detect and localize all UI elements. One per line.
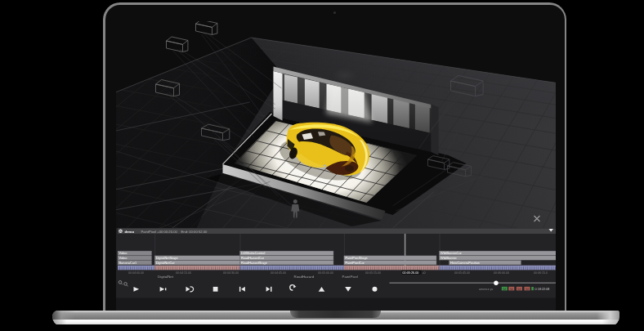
svg-text:BananaCar1: BananaCar1 [119,261,136,265]
svg-text:WildBunnie: WildBunnie [440,256,456,260]
svg-text:54: 54 [525,288,529,291]
svg-text:00:04:45.00: 00:04:45.00 [271,271,286,275]
svg-text:demo: demo [124,230,134,234]
svg-text:00:06:15.0: 00:06:15.0 [534,271,548,275]
svg-text:DigitalNetCar: DigitalNetCar [155,261,175,265]
svg-text:00:06:00.00: 00:06:00.00 [494,271,509,275]
svg-text:54: 54 [510,288,513,291]
svg-text:DigitalNet: DigitalNet [158,275,174,280]
svg-text:PaintPixelCar: PaintPixelCar [345,261,364,265]
svg-text:amence pc: amence pc [478,288,493,291]
svg-text:00:05:00.00: 00:05:00.00 [318,271,333,275]
svg-text:Video: Video [119,256,127,260]
svg-text:DigitalNetStage: DigitalNetStage [155,256,177,260]
svg-text:54: 54 [517,288,521,291]
svg-text:00:05:15.00: 00:05:15.00 [365,271,381,275]
svg-text:00:05:26.00: 00:05:26.00 [402,271,418,275]
svg-text:00:04:00.00: 00:04:00.00 [128,271,144,275]
svg-text:HeroCameraPosition: HeroCameraPosition [449,261,479,265]
svg-text:54: 54 [503,288,506,291]
svg-text:WildBunnieCar: WildBunnieCar [440,251,462,255]
svg-text:+0: +0 [422,271,425,275]
svg-text:00:05:45.00: 00:05:45.00 [454,271,470,275]
svg-text:PaintPixelStage: PaintPixelStage [345,256,367,260]
svg-text:00:04:15.00: 00:04:15.00 [176,271,191,275]
svg-text:0 18:22:08: 0 18:22:08 [534,288,549,291]
svg-text:RoadHazard: RoadHazard [293,275,314,280]
svg-text:RoadHazardCar: RoadHazardCar [241,256,265,260]
svg-text:DiVMatrixControl: DiVMatrixControl [241,251,265,255]
svg-text:RoadHazardStage: RoadHazardStage [241,261,267,265]
svg-text:Video: Video [119,251,127,255]
svg-text:PaintPixel +00:00:20.00 En: PaintPixel +00:00:20.00 End: 00:00:52.00 [141,230,208,234]
svg-text:00:04:30.00: 00:04:30.00 [223,271,239,275]
svg-text:PaintPixel: PaintPixel [342,275,357,280]
